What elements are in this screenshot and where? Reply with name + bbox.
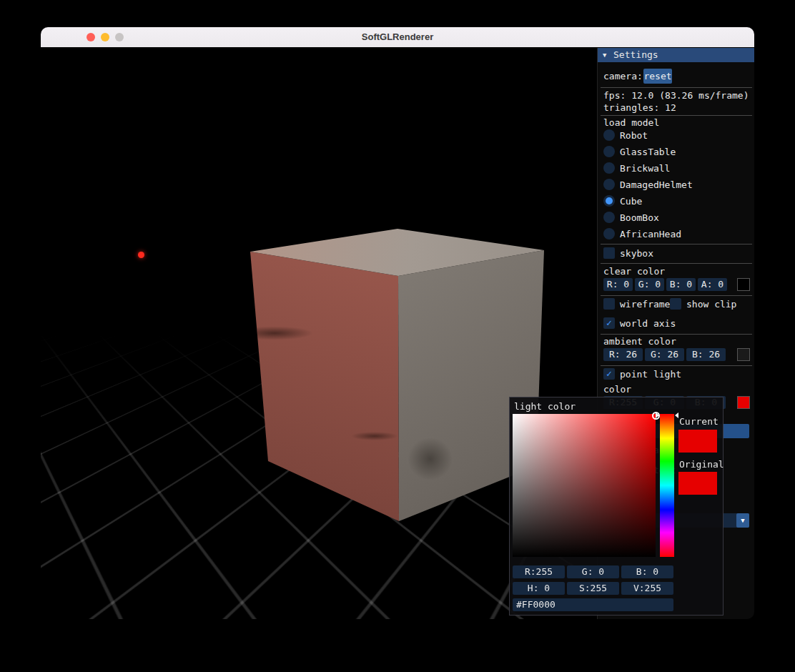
triangles-stat: triangles: 12 xyxy=(603,102,676,114)
check-icon: ✓ xyxy=(603,368,615,380)
show-clip-label[interactable]: show clip xyxy=(686,298,736,310)
separator xyxy=(601,87,752,88)
separator xyxy=(601,244,752,244)
hue-marker-right-icon xyxy=(675,412,678,418)
radio-africanhead-label[interactable]: AfricanHead xyxy=(620,228,681,240)
popup-r-field[interactable]: R:255 xyxy=(513,565,565,578)
window-title: SoftGLRenderer xyxy=(41,27,754,47)
radio-selected-dot xyxy=(606,197,613,204)
current-label: Current xyxy=(679,415,719,428)
light-color-swatch[interactable] xyxy=(737,396,750,409)
original-color-swatch[interactable] xyxy=(678,472,717,495)
ambient-color-swatch[interactable] xyxy=(737,348,750,361)
popup-title: light color xyxy=(514,400,576,412)
skybox-checkbox[interactable] xyxy=(603,247,615,259)
camera-label: camera: xyxy=(603,70,643,82)
world-axis-label[interactable]: world axis xyxy=(620,317,676,330)
wireframe-checkbox[interactable] xyxy=(603,298,615,310)
light-color-label: color xyxy=(603,383,631,395)
load-model-label: load model xyxy=(603,117,659,129)
saturation-value-picker[interactable] xyxy=(513,414,656,557)
clear-color-a-field[interactable]: A: 0 xyxy=(698,278,727,291)
hue-marker-left-icon xyxy=(656,412,659,418)
popup-s-field[interactable]: S:255 xyxy=(567,582,619,595)
popup-g-field[interactable]: G: 0 xyxy=(567,565,619,578)
radio-brickwall[interactable] xyxy=(603,162,615,174)
fps-stat: fps: 12.0 (83.26 ms/frame) xyxy=(603,89,749,102)
separator xyxy=(601,115,752,116)
hue-slider[interactable] xyxy=(660,414,674,557)
light-color-popup: light color Current Original R:255 G: 0 … xyxy=(509,397,724,616)
ambient-b-field[interactable]: B: 26 xyxy=(686,348,726,361)
separator xyxy=(601,365,752,366)
clear-color-swatch[interactable] xyxy=(737,278,750,291)
point-light-label[interactable]: point light xyxy=(620,368,681,380)
popup-hex-field[interactable]: #FF0000 xyxy=(513,598,673,611)
radio-robot[interactable] xyxy=(603,129,615,141)
ambient-color-label: ambient color xyxy=(603,335,676,347)
app-window: SoftGLRenderer ▼ Settings xyxy=(41,27,754,619)
clear-color-g-field[interactable]: G: 0 xyxy=(635,278,664,291)
radio-cube[interactable] xyxy=(603,195,615,207)
window-content: ▼ Settings camera: reset fps: 12.0 (83.2… xyxy=(41,47,754,619)
separator xyxy=(601,263,752,264)
settings-header[interactable]: ▼ Settings xyxy=(598,48,754,62)
point-light-checkbox[interactable]: ✓ xyxy=(603,368,615,380)
popup-b-field[interactable]: B: 0 xyxy=(621,565,673,578)
radio-brickwall-label[interactable]: Brickwall xyxy=(620,162,670,174)
titlebar: SoftGLRenderer xyxy=(41,27,754,48)
settings-header-label: Settings xyxy=(613,48,658,62)
point-light-marker xyxy=(138,252,144,258)
radio-africanhead[interactable] xyxy=(603,228,615,239)
radio-boombox-label[interactable]: BoomBox xyxy=(620,212,659,224)
radio-cube-label[interactable]: Cube xyxy=(620,195,642,207)
radio-damagedhelmet-label[interactable]: DamagedHelmet xyxy=(620,179,693,191)
popup-v-field[interactable]: V:255 xyxy=(621,582,673,595)
skybox-label[interactable]: skybox xyxy=(620,247,653,260)
radio-glasstable-label[interactable]: GlassTable xyxy=(620,146,676,158)
original-label: Original xyxy=(679,458,724,470)
separator xyxy=(601,295,752,296)
radio-damagedhelmet[interactable] xyxy=(603,179,615,190)
desktop: SoftGLRenderer ▼ Settings xyxy=(0,0,795,672)
popup-h-field[interactable]: H: 0 xyxy=(513,582,565,595)
clear-color-r-field[interactable]: R: 0 xyxy=(603,278,633,291)
camera-reset-button[interactable]: reset xyxy=(643,69,672,84)
show-clip-checkbox[interactable] xyxy=(670,298,681,310)
wireframe-label[interactable]: wireframe xyxy=(620,298,670,310)
combo-arrow-icon[interactable]: ▼ xyxy=(736,513,749,528)
separator xyxy=(601,334,752,335)
check-icon: ✓ xyxy=(603,317,615,329)
ambient-g-field[interactable]: G: 26 xyxy=(645,348,684,361)
radio-glasstable[interactable] xyxy=(603,146,615,157)
current-color-swatch xyxy=(678,430,717,453)
radio-robot-label[interactable]: Robot xyxy=(620,129,648,142)
world-axis-checkbox[interactable]: ✓ xyxy=(603,317,615,329)
collapse-arrow-icon: ▼ xyxy=(603,48,606,62)
clear-color-b-field[interactable]: B: 0 xyxy=(666,278,696,291)
clear-color-label: clear color xyxy=(603,265,665,277)
ambient-r-field[interactable]: R: 26 xyxy=(603,348,643,361)
radio-boombox[interactable] xyxy=(603,212,615,223)
